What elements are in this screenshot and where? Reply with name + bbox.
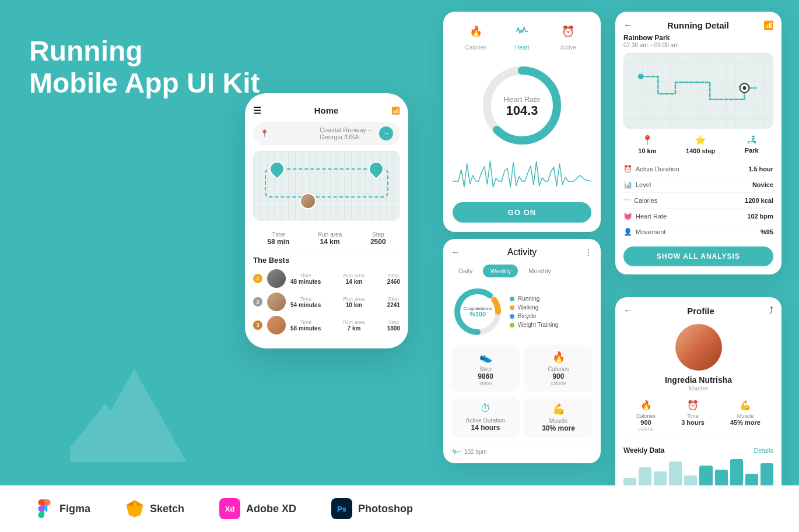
calories-icon: 🔥 xyxy=(530,351,587,364)
title-area: Running Mobile App UI Kit xyxy=(29,35,260,99)
photoshop-label: Photoshop xyxy=(358,503,413,515)
profile-avatar-container: Ingredia Nutrisha Master xyxy=(623,324,773,392)
bottom-bar: Figma Sketch Xd Adobe XD Ps Photoshop xyxy=(0,485,799,532)
legend-dot-bicycle xyxy=(510,314,514,319)
detail-row-calories: 〰 Calories 1200 kcal xyxy=(623,193,773,209)
show-analysis-button[interactable]: SHOW ALL ANALYSIS xyxy=(623,246,773,266)
bpm-value: 102 bpm xyxy=(464,449,487,455)
detail-row-active: ⏰ Active Duration 1.5 hour xyxy=(623,161,773,177)
tool-figma: Figma xyxy=(35,499,90,518)
figma-label: Figma xyxy=(59,503,90,515)
xd-icon: Xd xyxy=(219,498,240,519)
svg-point-9 xyxy=(638,73,644,79)
home-stats-row: Time 58 min Run area 14 km Step 2500 xyxy=(253,227,400,251)
detail-back-button[interactable]: ← xyxy=(623,20,633,30)
svg-text:Heart Rate: Heart Rate xyxy=(504,95,541,104)
runner2-time: Time 54 minutes xyxy=(290,296,321,308)
map-area xyxy=(253,151,400,221)
step-icon: 👟 xyxy=(457,351,514,364)
activity-more-button[interactable]: ⋮ xyxy=(584,248,593,257)
runner-stats-3: Time 58 minutes Run area 7 km Step 1800 xyxy=(290,319,400,332)
profile-stat-time: ⏰ Time 3 hours xyxy=(681,400,705,432)
location-icon: 📍 xyxy=(642,135,653,146)
activity-header: ← Activity ⋮ xyxy=(451,247,593,258)
detail-steps: ⭐ 1400 step xyxy=(686,135,715,154)
activity-legend: Running Walking Bicycle Weight Training xyxy=(510,295,558,328)
search-bar[interactable]: 📍 Coastal Runway – Georgia /USA → xyxy=(253,122,400,145)
tool-photoshop: Ps Photoshop xyxy=(331,498,413,519)
detail-row-movement: 👤 Movement %95 xyxy=(623,224,773,239)
legend-walking: Walking xyxy=(510,304,558,311)
profile-stat-calories: 🔥 Calories 900 calorie xyxy=(636,400,656,432)
profile-back-button[interactable]: ← xyxy=(623,305,633,316)
tool-adobexd: Xd Adobe XD xyxy=(219,498,296,519)
calories-icon: 〰 xyxy=(623,196,630,205)
runner3-area: Run area 7 km xyxy=(343,319,365,332)
tab-calories[interactable]: 🔥 Calories xyxy=(465,21,487,51)
profile-header: ← Profile ⤴ xyxy=(623,305,773,316)
level-icon: 📊 xyxy=(623,181,632,189)
legend-running: Running xyxy=(510,295,558,302)
runner-avatar-2 xyxy=(267,293,286,311)
legend-bicycle: Bicycle xyxy=(510,313,558,319)
figma-icon xyxy=(35,499,54,518)
running-detail-card: ← Running Detail 📶 Rainbow Park 07:30 am… xyxy=(615,12,782,274)
duration-icon: ⏱ xyxy=(457,403,514,415)
adobexd-label: Adobe XD xyxy=(246,503,296,515)
menu-icon[interactable]: ☰ xyxy=(253,105,261,116)
runner2-area: Run area 10 km xyxy=(343,296,365,308)
detail-map-route xyxy=(629,59,768,123)
search-button[interactable]: → xyxy=(379,126,393,140)
bg-decoration xyxy=(70,357,198,485)
detail-place: Rainbow Park xyxy=(623,34,773,42)
page-title: Running Mobile App UI Kit xyxy=(29,35,260,99)
tab-daily[interactable]: Daily xyxy=(451,265,479,277)
runner2-step: Step 2241 xyxy=(387,296,400,308)
weekly-data-header: Weekly Data Details xyxy=(623,446,773,455)
activity-title: Activity xyxy=(507,247,537,258)
go-on-button[interactable]: GO ON xyxy=(453,202,591,223)
phone-header: ☰ Home 📶 xyxy=(253,103,400,122)
signal-bars-icon: 📶 xyxy=(763,20,773,30)
tab-weekly[interactable]: Weekly xyxy=(483,265,518,277)
section-title: The Bests xyxy=(253,256,400,265)
tab-heart[interactable]: Heart xyxy=(511,21,532,51)
activity-content: Congratulations %100 Running Walking Bic… xyxy=(451,286,593,338)
profile-name: Ingredia Nutrisha xyxy=(665,375,732,385)
weekly-data-details-link[interactable]: Details xyxy=(754,447,773,454)
profile-title: Profile xyxy=(687,306,714,316)
runner-row-3: 3 Time 58 minutes Run area 7 km Step 180… xyxy=(253,316,400,334)
rank-badge-2: 2 xyxy=(253,297,262,306)
runner-stats-2: Time 54 minutes Run area 10 km Step 2241 xyxy=(290,296,400,308)
tool-sketch: Sketch xyxy=(125,499,184,518)
tab-active[interactable]: ⏰ Active xyxy=(558,21,579,51)
star-icon: ⭐ xyxy=(695,135,706,146)
detail-rows: ⏰ Active Duration 1.5 hour 📊 Level Novic… xyxy=(623,161,773,239)
stat-active-duration: ⏱ Active Duration 14 hours xyxy=(451,397,520,438)
detail-row-level: 📊 Level Novice xyxy=(623,177,773,193)
profile-role: Master xyxy=(689,385,709,392)
heart-waveform xyxy=(453,158,591,193)
profile-calories-icon: 🔥 xyxy=(636,400,656,411)
tab-monthly[interactable]: Monthly xyxy=(521,265,558,277)
sketch-icon xyxy=(125,499,144,518)
activity-card: ← Activity ⋮ Daily Weekly Monthly Congra… xyxy=(443,239,601,463)
active-icon: ⏰ xyxy=(558,21,579,42)
svg-marker-15 xyxy=(127,505,143,517)
activity-stats-grid: 👟 Step 9860 steps 🔥 Calories 900 calorie… xyxy=(451,345,593,438)
detail-row-heartrate: 💓 Heart Rate 102 bpm xyxy=(623,209,773,224)
detail-map xyxy=(623,53,773,129)
profile-image xyxy=(675,324,722,371)
activity-donut: Congratulations %100 xyxy=(451,286,504,338)
detail-time: 07:30 am – 09:00 am xyxy=(623,42,773,48)
profile-card: ← Profile ⤴ Ingredia Nutrisha Master 🔥 C… xyxy=(615,297,782,502)
legend-dot-weight xyxy=(510,323,514,327)
donut-label: Congratulations %100 xyxy=(463,306,492,318)
profile-share-button[interactable]: ⤴ xyxy=(769,305,773,316)
detail-icons-row: 📍 10 km ⭐ 1400 step 🏞 Park xyxy=(623,135,773,154)
runner-row-1: 1 Time 48 minutes Run area 14 km Step 24… xyxy=(253,269,400,288)
activity-back-button[interactable]: ← xyxy=(451,248,460,257)
runner-avatar-1 xyxy=(267,269,286,288)
stat-step: Step 2500 xyxy=(370,231,386,246)
svg-point-11 xyxy=(743,86,747,90)
